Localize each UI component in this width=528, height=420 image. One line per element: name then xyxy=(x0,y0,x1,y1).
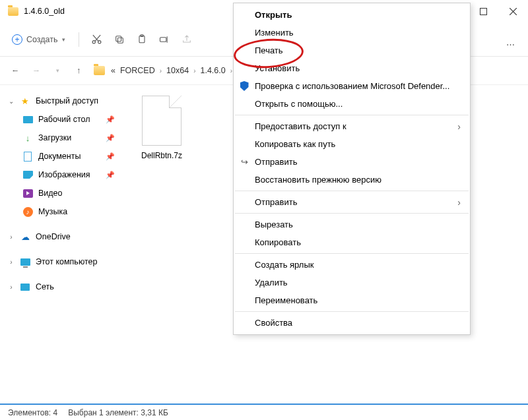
sidebar-item-pictures[interactable]: Изображения 📌 xyxy=(4,165,119,184)
sidebar-item-video[interactable]: Видео xyxy=(4,184,119,202)
ctx-create-shortcut[interactable]: Создать ярлык xyxy=(234,256,470,274)
ctx-open-with[interactable]: Открыть с помощью... xyxy=(234,95,470,113)
status-selection: Выбран 1 элемент: 3,31 КБ xyxy=(68,408,168,417)
file-item[interactable]: DellRbtn.7z xyxy=(135,96,189,160)
chevron-down-icon: ⌄ xyxy=(8,98,15,105)
separator xyxy=(235,311,469,312)
ctx-cut[interactable]: Вырезать xyxy=(234,216,470,233)
up-button[interactable]: ↑ xyxy=(73,66,84,75)
chevron-right-icon: › xyxy=(160,67,162,75)
ctx-copy-path[interactable]: Копировать как путь xyxy=(234,135,470,153)
ctx-defender[interactable]: Проверка с использованием Microsoft Defe… xyxy=(234,77,470,95)
download-icon: ↓ xyxy=(22,133,33,143)
paste-button[interactable] xyxy=(131,28,153,51)
chevron-right-icon: › xyxy=(8,233,15,241)
ctx-properties[interactable]: Свойства xyxy=(234,314,470,332)
breadcrumb-part[interactable]: 10x64 xyxy=(166,66,189,75)
sidebar-item-label: Загрузки xyxy=(38,133,71,142)
share-button[interactable] xyxy=(176,28,198,51)
shield-icon xyxy=(239,81,249,92)
sidebar-item-label: Видео xyxy=(38,189,63,198)
breadcrumb-prefix: « xyxy=(111,66,116,75)
sidebar-item-label: Документы xyxy=(38,152,81,161)
maximize-button[interactable] xyxy=(469,0,498,22)
pin-icon: 📌 xyxy=(106,171,115,179)
context-menu: Открыть Изменить Печать Установить Прове… xyxy=(233,3,471,335)
breadcrumb[interactable]: « FORCED › 10x64 › 1.4.6.0 › xyxy=(94,66,232,75)
sidebar-item-onedrive[interactable]: › ☁ OneDrive xyxy=(4,227,119,246)
ctx-print[interactable]: Печать xyxy=(234,42,470,59)
divider xyxy=(79,32,79,47)
separator xyxy=(235,191,469,191)
chevron-down-icon: ▾ xyxy=(62,36,65,43)
sidebar-item-label: Изображения xyxy=(38,170,90,179)
sidebar-item-label: Музыка xyxy=(38,207,67,216)
network-icon xyxy=(20,282,30,292)
ctx-install[interactable]: Установить xyxy=(234,59,470,77)
recent-button[interactable]: ▾ xyxy=(51,67,63,74)
sidebar-item-this-pc[interactable]: › Этот компьютер xyxy=(4,253,119,271)
svg-rect-0 xyxy=(480,8,487,15)
rename-button[interactable] xyxy=(153,28,176,51)
ctx-send-to[interactable]: Отправить xyxy=(234,193,470,211)
ctx-give-access[interactable]: Предоставить доступ к xyxy=(234,117,470,135)
sidebar-item-downloads[interactable]: ↓ Загрузки 📌 xyxy=(4,129,119,147)
ctx-rename[interactable]: Переименовать xyxy=(234,291,470,309)
ctx-restore-version[interactable]: Восстановить прежнюю версию xyxy=(234,171,470,189)
music-icon: ♪ xyxy=(22,206,33,217)
window-title: 1.4.6.0_old xyxy=(24,7,65,16)
chevron-right-icon: › xyxy=(193,67,195,75)
back-button[interactable]: ← xyxy=(9,66,21,75)
separator xyxy=(235,213,469,214)
sidebar-item-desktop[interactable]: Рабочий стол 📌 xyxy=(4,110,119,129)
ctx-edit[interactable]: Изменить xyxy=(234,24,470,42)
chevron-right-icon: › xyxy=(8,284,15,291)
star-icon: ★ xyxy=(20,96,30,106)
chevron-right-icon: › xyxy=(8,258,15,266)
file-name: DellRbtn.7z xyxy=(135,151,189,160)
status-item-count: Элементов: 4 xyxy=(8,408,57,417)
separator xyxy=(235,253,469,254)
sidebar-item-quick-access[interactable]: ⌄ ★ Быстрый доступ xyxy=(4,92,119,110)
window-controls xyxy=(469,0,528,22)
forward-button[interactable]: → xyxy=(30,66,42,75)
chevron-right-icon: › xyxy=(230,67,232,75)
sidebar-item-label: Сеть xyxy=(36,282,54,291)
sidebar-item-label: OneDrive xyxy=(36,232,71,241)
pin-icon: 📌 xyxy=(106,115,115,124)
share-icon: ↪ xyxy=(239,157,249,167)
sidebar-item-documents[interactable]: Документы 📌 xyxy=(4,147,119,165)
image-icon xyxy=(22,169,33,180)
pin-icon: 📌 xyxy=(106,134,115,142)
more-button[interactable]: ⋯ xyxy=(499,33,521,55)
breadcrumb-part[interactable]: FORCED xyxy=(120,66,155,75)
pc-icon xyxy=(20,256,30,267)
document-icon xyxy=(22,151,33,162)
cloud-icon: ☁ xyxy=(20,231,30,242)
folder-icon xyxy=(94,66,105,75)
breadcrumb-part[interactable]: 1.4.6.0 xyxy=(200,66,225,75)
folder-icon xyxy=(8,7,18,16)
svg-rect-3 xyxy=(117,38,123,43)
svg-point-1 xyxy=(92,41,95,44)
cut-button[interactable] xyxy=(86,28,108,51)
pin-icon: 📌 xyxy=(106,152,115,161)
sidebar-item-music[interactable]: ♪ Музыка xyxy=(4,202,119,221)
ctx-open[interactable]: Открыть xyxy=(234,6,470,24)
new-button[interactable]: + Создать ▾ xyxy=(5,30,72,49)
new-button-label: Создать xyxy=(26,35,58,44)
sidebar-item-label: Быстрый доступ xyxy=(36,96,98,105)
copy-button[interactable] xyxy=(108,28,131,51)
svg-rect-7 xyxy=(160,37,166,42)
ctx-share[interactable]: ↪ Отправить xyxy=(234,153,470,171)
video-icon xyxy=(22,188,33,198)
close-button[interactable] xyxy=(498,0,528,22)
ctx-copy[interactable]: Копировать xyxy=(234,233,470,251)
sidebar-item-network[interactable]: › Сеть xyxy=(4,278,119,296)
sidebar-item-label: Этот компьютер xyxy=(36,257,97,266)
plus-icon: + xyxy=(12,34,22,45)
file-icon xyxy=(142,96,182,146)
ctx-delete[interactable]: Удалить xyxy=(234,274,470,291)
svg-point-2 xyxy=(98,41,101,44)
desktop-icon xyxy=(22,114,33,125)
